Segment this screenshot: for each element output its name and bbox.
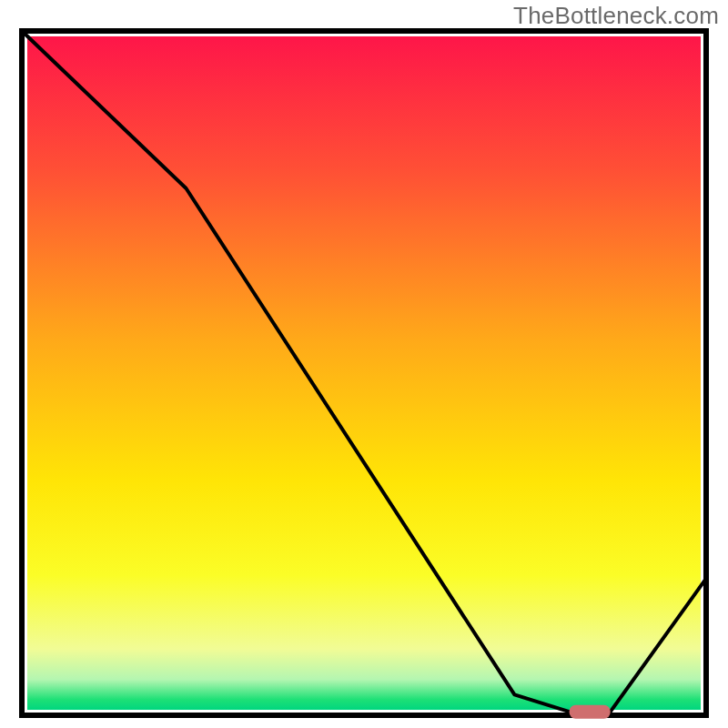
chart-svg <box>18 27 710 719</box>
plot-area <box>22 31 706 719</box>
watermark-text: TheBottleneck.com <box>513 2 719 30</box>
gradient-background <box>27 36 701 710</box>
optimal-marker <box>570 705 611 719</box>
